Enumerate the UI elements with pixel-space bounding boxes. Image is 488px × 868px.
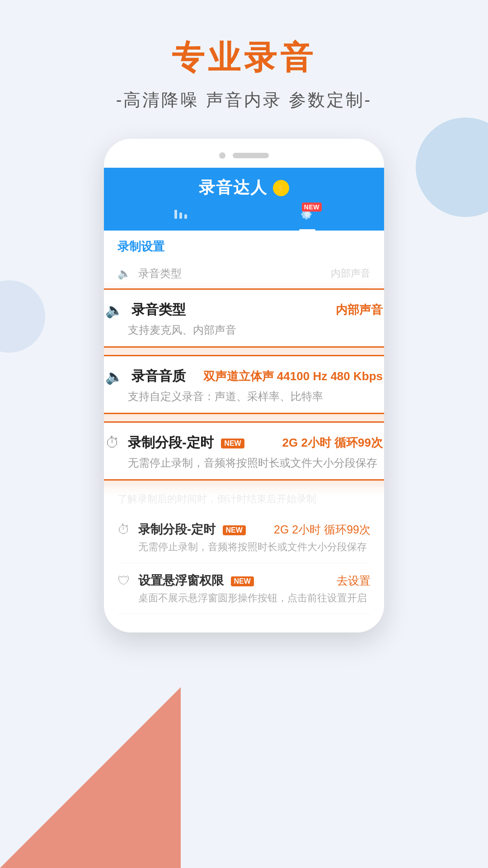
- hc-label-quality: 录音音质: [131, 367, 203, 386]
- bg-triangle-bottom-left: [0, 687, 181, 868]
- app-nav-tabs: NEW: [117, 206, 371, 231]
- srn-title-row-segment: 录制分段-定时 NEW 2G 2小时 循环99次: [138, 521, 371, 538]
- settings-new-badge: NEW: [302, 203, 322, 212]
- phone-camera-dot: [219, 152, 225, 159]
- setting-row-small-type: 🔈 录音类型 内部声音: [117, 259, 371, 288]
- app-header-title-row: 录音达人 ⚡: [117, 177, 371, 199]
- svg-rect-2: [184, 214, 187, 219]
- srn-icon-shield: 🛡: [117, 573, 130, 588]
- hc-desc-quality: 支持自定义录音：声道、采样率、比特率: [105, 389, 383, 404]
- hc-value-quality: 双声道立体声 44100 Hz 480 Kbps: [203, 368, 383, 384]
- phone-speaker-bar: [233, 153, 269, 158]
- phone-lower-content: 了解录制后的时间时，倒计时结束后开始录制 ⏱ 录制分段-定时 NEW 2G 2小…: [104, 488, 384, 614]
- srn-new-badge-segment: NEW: [223, 525, 246, 535]
- app-title-badge: ⚡: [273, 180, 289, 196]
- hc-row1-type: 🔈 录音类型 内部声音: [105, 301, 383, 319]
- srn-label-segment: 录制分段-定时 NEW: [138, 521, 246, 538]
- hero-title: 专业录音: [172, 36, 316, 80]
- setting-row-segment-lower[interactable]: ⏱ 录制分段-定时 NEW 2G 2小时 循环99次 无需停止录制，音频将按照时…: [117, 512, 371, 563]
- section-title: 录制设置: [117, 231, 371, 259]
- tab-settings[interactable]: NEW: [299, 206, 315, 231]
- svg-rect-0: [174, 210, 177, 219]
- srn-icon-segment: ⏱: [117, 522, 130, 537]
- row-label-small: 录音类型: [138, 266, 331, 281]
- highlights-wrapper: 🔈 录音类型 内部声音 支持麦克风、内部声音 🔈 录音音质 双声道立体声 441…: [104, 288, 384, 481]
- phone-top-bar: [104, 152, 384, 159]
- srn-new-badge-float: NEW: [231, 576, 254, 586]
- srn-desc-float: 桌面不展示悬浮窗圆形操作按钮，点击前往设置开启: [138, 591, 371, 605]
- highlight-card-record-type: 🔈 录音类型 内部声音 支持麦克风、内部声音: [104, 288, 384, 348]
- tab-recording-list[interactable]: [173, 206, 189, 231]
- srn-value-segment: 2G 2小时 循环99次: [274, 522, 371, 537]
- segment-new-badge: NEW: [221, 439, 244, 448]
- gear-icon: [299, 209, 315, 226]
- gear-container: NEW: [299, 206, 315, 226]
- highlights-margin-box: 🔈 录音类型 内部声音 支持麦克风、内部声音 🔈 录音音质 双声道立体声 441…: [104, 288, 384, 481]
- hc-row1-segment: ⏱ 录制分段-定时 NEW 2G 2小时 循环99次: [105, 434, 383, 452]
- srn-body-float: 设置悬浮窗权限 NEW 去设置 桌面不展示悬浮窗圆形操作按钮，点击前往设置开启: [138, 572, 371, 605]
- highlight-card-quality: 🔈 录音音质 双声道立体声 44100 Hz 480 Kbps 支持自定义录音：…: [104, 355, 384, 414]
- app-header: 录音达人 ⚡: [104, 168, 384, 231]
- page-content: 专业录音 -高清降噪 声音内录 参数定制- 录音达人 ⚡: [0, 0, 488, 687]
- hero-subtitle: -高清降噪 声音内录 参数定制-: [116, 89, 372, 112]
- srn-label-float: 设置悬浮窗权限 NEW: [138, 572, 254, 589]
- row-value-small: 内部声音: [331, 267, 371, 280]
- hc-icon-quality: 🔈: [105, 368, 123, 385]
- srn-title-row-float: 设置悬浮窗权限 NEW 去设置: [138, 572, 371, 589]
- badge-symbol: ⚡: [276, 183, 287, 193]
- settings-area: 录制设置 🔈 录音类型 内部声音: [104, 231, 384, 288]
- bars-icon: [173, 206, 189, 226]
- hc-label-type: 录音类型: [131, 301, 336, 319]
- hc-icon-type: 🔈: [105, 302, 123, 319]
- srn-body-segment: 录制分段-定时 NEW 2G 2小时 循环99次 无需停止录制，音频将按照时长或…: [138, 521, 371, 554]
- hc-label-segment: 录制分段-定时 NEW: [128, 434, 282, 452]
- phone-mockup: 录音达人 ⚡: [104, 139, 384, 632]
- speaker-icon-small: 🔈: [117, 267, 131, 280]
- hc-value-segment: 2G 2小时 循环99次: [282, 435, 383, 451]
- srn-desc-segment-lower: 无需停止录制，音频将按照时长或文件大小分段保存: [138, 540, 371, 554]
- highlight-card-segment: ⏱ 录制分段-定时 NEW 2G 2小时 循环99次 无需停止录制，音频将按照时…: [104, 421, 384, 481]
- hc-icon-segment: ⏱: [105, 434, 120, 451]
- hc-value-type: 内部声音: [336, 302, 383, 318]
- faded-row-text: 了解录制后的时间时，倒计时结束后开始录制: [117, 488, 371, 512]
- app-title: 录音达人: [199, 177, 267, 199]
- svg-rect-1: [179, 212, 182, 219]
- hc-desc-segment: 无需停止录制，音频将按照时长或文件大小分段保存: [105, 456, 383, 470]
- setting-row-float-permission[interactable]: 🛡 设置悬浮窗权限 NEW 去设置 桌面不展示悬浮窗圆形操作按钮，点击前往设置开…: [117, 563, 371, 614]
- srn-go-float[interactable]: 去设置: [337, 573, 371, 588]
- hc-row1-quality: 🔈 录音音质 双声道立体声 44100 Hz 480 Kbps: [105, 367, 383, 386]
- hc-desc-type: 支持麦克风、内部声音: [105, 323, 383, 337]
